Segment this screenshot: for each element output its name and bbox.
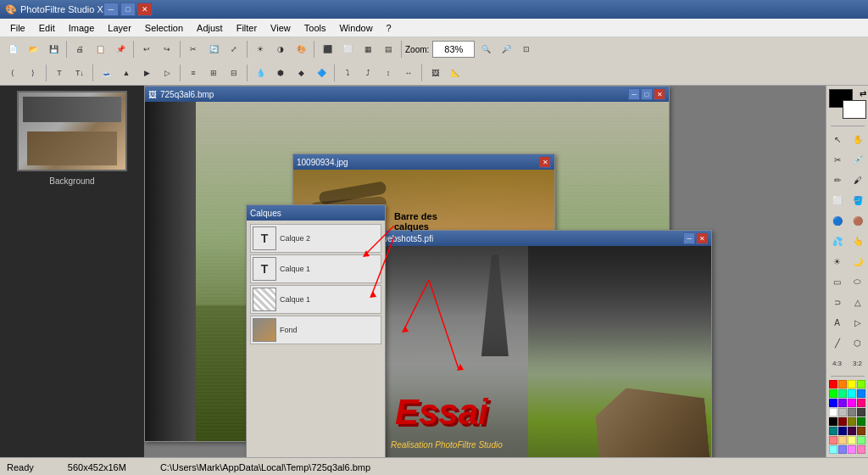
tb-colors[interactable]: 🎨: [292, 40, 310, 59]
lasso-tool[interactable]: ⊃: [828, 293, 847, 311]
tb-rotate[interactable]: 🔄: [204, 40, 223, 59]
menu-filter[interactable]: Filter: [230, 21, 264, 35]
palette-cell[interactable]: [838, 445, 847, 454]
minimize-button[interactable]: ─: [103, 3, 119, 16]
palette-cell[interactable]: [848, 417, 856, 426]
tb-copy[interactable]: 📋: [91, 40, 109, 59]
tb2-18[interactable]: ↕: [379, 64, 398, 82]
palette-cell[interactable]: [838, 408, 847, 416]
layer-item-fond[interactable]: Fond: [250, 316, 381, 344]
img3-close[interactable]: ✕: [696, 232, 708, 244]
menu-selection[interactable]: Selection: [138, 21, 190, 35]
palette-cell[interactable]: [857, 436, 865, 444]
img2-close[interactable]: ✕: [539, 156, 551, 168]
crop-tool[interactable]: ✂: [828, 150, 847, 169]
move-tool[interactable]: ✋: [849, 130, 867, 148]
pencil-tool[interactable]: ✏: [828, 170, 847, 189]
layer-item-calque1b[interactable]: Calque 1: [250, 285, 381, 314]
tb2-2[interactable]: ⟩: [24, 64, 42, 82]
tb2-17[interactable]: ⤴: [359, 64, 377, 82]
rect-select[interactable]: ▭: [828, 272, 847, 291]
gradient-tool[interactable]: ▷: [849, 313, 867, 332]
zoom-in[interactable]: 🔍: [476, 40, 495, 59]
palette-cell[interactable]: [829, 399, 837, 407]
layers-titlebar[interactable]: Calques: [247, 205, 385, 221]
shape-tool[interactable]: ⬡: [849, 333, 867, 352]
tb-brightness[interactable]: ☀: [251, 40, 270, 59]
magic-wand[interactable]: △: [849, 293, 867, 311]
menu-layer[interactable]: Layer: [101, 21, 138, 35]
zoom-input[interactable]: 83%: [432, 41, 475, 58]
tb2-20[interactable]: 🖼: [426, 64, 444, 82]
menu-view[interactable]: View: [264, 21, 298, 35]
main-img-close[interactable]: ✕: [654, 88, 665, 100]
tb-new[interactable]: 📄: [3, 40, 22, 59]
swap-colors-icon[interactable]: ⇄: [860, 89, 866, 98]
palette-cell[interactable]: [857, 408, 865, 416]
menu-window[interactable]: Window: [332, 21, 379, 35]
palette-cell[interactable]: [829, 445, 837, 454]
maximize-button[interactable]: □: [120, 3, 136, 16]
palette-cell[interactable]: [829, 427, 837, 435]
palette-cell[interactable]: [857, 380, 865, 388]
palette-cell[interactable]: [848, 399, 856, 407]
tb-filter4[interactable]: ▤: [379, 40, 398, 59]
zoom-fit[interactable]: ⊡: [517, 40, 536, 59]
tb2-9[interactable]: ≡: [184, 64, 203, 82]
menu-tools[interactable]: Tools: [298, 21, 333, 35]
palette-cell[interactable]: [857, 445, 865, 454]
tb-resize[interactable]: ⤢: [225, 40, 243, 59]
tb2-12[interactable]: 💧: [251, 64, 270, 82]
palette-cell[interactable]: [838, 389, 847, 398]
ratio-btn[interactable]: 4:3: [828, 354, 847, 372]
img3-min[interactable]: ─: [683, 232, 695, 244]
palette-cell[interactable]: [838, 417, 847, 426]
tb2-11[interactable]: ⊟: [225, 64, 243, 82]
palette-cell[interactable]: [857, 427, 865, 435]
tb-filter2[interactable]: ⬜: [338, 40, 357, 59]
main-img-titlebar[interactable]: 🖼 725q3al6.bmp ─ □ ✕: [145, 87, 669, 102]
tb-crop[interactable]: ✂: [184, 40, 203, 59]
tb2-13[interactable]: ⬢: [271, 64, 290, 82]
tb2-21[interactable]: 📐: [446, 64, 465, 82]
layer-item-calque2[interactable]: T Calque 2: [250, 224, 381, 253]
filmstrip-thumb[interactable]: [17, 91, 127, 171]
zoom-out[interactable]: 🔎: [497, 40, 515, 59]
main-img-min[interactable]: ─: [628, 88, 640, 100]
select-tool[interactable]: ↖: [828, 130, 847, 148]
tb-contrast[interactable]: ◑: [271, 40, 290, 59]
palette-cell[interactable]: [838, 427, 847, 435]
close-button[interactable]: ✕: [137, 3, 153, 16]
background-color[interactable]: [843, 100, 866, 119]
palette-cell[interactable]: [838, 399, 847, 407]
palette-cell[interactable]: [848, 408, 856, 416]
tb-open[interactable]: 📂: [24, 40, 42, 59]
smudge-tool[interactable]: 👆: [849, 232, 867, 250]
tb-filter1[interactable]: ⬛: [318, 40, 337, 59]
tb-save[interactable]: 💾: [44, 40, 63, 59]
main-img-max[interactable]: □: [641, 88, 653, 100]
menu-help[interactable]: ?: [380, 21, 398, 35]
tb2-10[interactable]: ⊞: [204, 64, 223, 82]
fill-tool[interactable]: 🪣: [849, 191, 867, 210]
tb2-15[interactable]: 🔷: [312, 64, 331, 82]
eyedropper-tool[interactable]: 💉: [849, 150, 867, 169]
tb2-7[interactable]: ▶: [137, 64, 156, 82]
line-tool[interactable]: ╱: [828, 333, 847, 352]
text-tool[interactable]: A: [828, 313, 847, 332]
heal-tool[interactable]: 🟤: [849, 211, 867, 230]
menu-adjust[interactable]: Adjust: [190, 21, 230, 35]
palette-cell[interactable]: [829, 408, 837, 416]
tb-redo[interactable]: ↪: [158, 40, 176, 59]
palette-cell[interactable]: [848, 380, 856, 388]
palette-cell[interactable]: [848, 427, 856, 435]
tb2-14[interactable]: ◆: [292, 64, 310, 82]
menu-file[interactable]: File: [3, 21, 32, 35]
tb2-1[interactable]: ⟨: [3, 64, 22, 82]
burn-tool[interactable]: 🌙: [849, 252, 867, 271]
palette-cell[interactable]: [848, 436, 856, 444]
palette-cell[interactable]: [838, 436, 847, 444]
clone-tool[interactable]: 🔵: [828, 211, 847, 230]
palette-cell[interactable]: [857, 389, 865, 398]
tb2-4[interactable]: T↓: [70, 64, 89, 82]
